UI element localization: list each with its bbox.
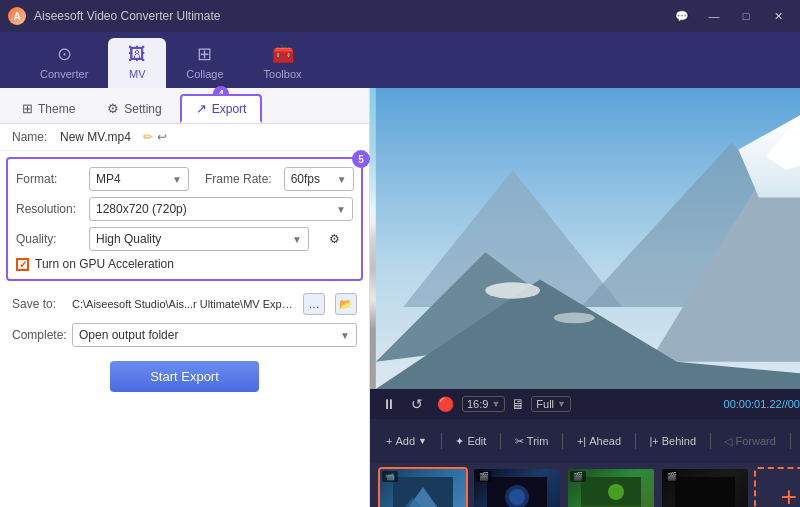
start-export-button[interactable]: Start Export <box>110 361 259 392</box>
svg-rect-20 <box>675 477 735 507</box>
nav-mv[interactable]: 🖼 MV <box>108 38 166 88</box>
nav-collage[interactable]: ⊞ Collage <box>166 37 243 88</box>
monitor-group: 🖥 <box>511 396 525 412</box>
video-type-icon: 📹 <box>382 471 398 482</box>
clip-2-thumbnail <box>487 477 547 507</box>
add-icon: + <box>386 435 392 447</box>
app-logo: A <box>8 7 26 25</box>
aspect-value: 16:9 <box>467 398 488 410</box>
gear-icon: ⚙ <box>329 232 340 246</box>
pause-button[interactable]: ⏸ <box>378 393 400 415</box>
video-type-icon-4: 🎬 <box>664 471 680 482</box>
ahead-label: Ahead <box>589 435 621 447</box>
clip-1-top: 📹 <box>382 471 398 482</box>
svg-point-9 <box>554 312 595 323</box>
clip-1[interactable]: 📹 00:00:05 ▷ ☆ ⏱ <box>378 467 468 507</box>
quality-label: Quality: <box>16 232 81 246</box>
clip-3[interactable]: 🎬 <box>566 467 656 507</box>
save-to-label: Save to: <box>12 297 64 311</box>
add-label: Add <box>395 435 415 447</box>
settings-gear[interactable]: ⚙ <box>323 227 353 251</box>
tab-theme[interactable]: ⊞ Theme <box>8 94 89 123</box>
toolbox-label: Toolbox <box>264 68 302 80</box>
timeline: + Add ▼ ✦ Edit ✂ Trim +| Ahead <box>370 419 800 507</box>
message-btn[interactable]: 💬 <box>668 6 696 26</box>
name-label: Name: <box>12 130 52 144</box>
undo-icon[interactable]: ↩ <box>157 130 167 144</box>
export-icon: ↗ <box>196 101 207 116</box>
complete-label: Complete: <box>12 328 64 342</box>
ahead-icon: +| <box>577 435 586 447</box>
nav-toolbox[interactable]: 🧰 Toolbox <box>244 37 322 88</box>
resolution-value: 1280x720 (720p) <box>96 202 187 216</box>
clip-4[interactable]: 🎬 <box>660 467 750 507</box>
right-panel: ⏸ ↺ 🔴 16:9 ▼ 🖥 Full ▼ 00:00:01.22//00:01… <box>370 88 800 507</box>
audio-icon: 🔴 <box>437 396 454 412</box>
clip-3-top: 🎬 <box>570 471 586 482</box>
framerate-label: Frame Rate: <box>205 172 272 186</box>
edit-icon2: ✦ <box>455 435 464 448</box>
tl-trim-button[interactable]: ✂ Trim <box>507 432 557 451</box>
tl-add-button[interactable]: + Add ▼ <box>378 432 435 450</box>
tl-backward-button[interactable]: ▷| Backward <box>796 432 800 451</box>
video-type-icon-2: 🎬 <box>476 471 492 482</box>
quality-value: High Quality <box>96 232 161 246</box>
timeline-clips: 📹 00:00:05 ▷ ☆ ⏱ <box>370 463 800 507</box>
loop-button[interactable]: ↺ <box>406 393 428 415</box>
navbar: ⊙ Converter 🖼 MV ⊞ Collage 🧰 Toolbox <box>0 32 800 88</box>
clip-4-top: 🎬 <box>664 471 680 482</box>
quality-select[interactable]: High Quality ▼ <box>89 227 309 251</box>
video-preview <box>370 88 800 389</box>
audio-button[interactable]: 🔴 <box>434 393 456 415</box>
save-path-value: C:\Aiseesoft Studio\Ais...r Ultimate\MV … <box>72 298 295 310</box>
tl-forward-button: ◁ Forward <box>716 432 783 451</box>
complete-select[interactable]: Open output folder ▼ <box>72 323 357 347</box>
full-arrow: ▼ <box>557 399 566 409</box>
framerate-select[interactable]: 60fps ▼ <box>284 167 354 191</box>
tab-setting[interactable]: ⚙ Setting <box>93 94 175 123</box>
complete-value: Open output folder <box>79 328 178 342</box>
resolution-select[interactable]: 1280x720 (720p) ▼ <box>89 197 353 221</box>
mountain-scene <box>370 88 800 389</box>
browse-icon: … <box>309 298 320 310</box>
forward-icon: ◁ <box>724 435 732 448</box>
tl-behind-button[interactable]: |+ Behind <box>641 432 704 450</box>
collage-icon: ⊞ <box>197 43 212 65</box>
loop-icon: ↺ <box>411 396 423 412</box>
time-display: 00:00:01.22//00:01:40.16 <box>724 398 800 410</box>
resolution-row: Resolution: 1280x720 (720p) ▼ <box>16 197 353 221</box>
video-bg <box>370 88 800 389</box>
open-folder-button[interactable]: 📂 <box>335 293 357 315</box>
export-settings-section: 5 Format: MP4 ▼ Frame Rate: 60fps ▼ Reso… <box>6 157 363 281</box>
edit-icon[interactable]: ✏ <box>143 130 153 144</box>
behind-label: Behind <box>662 435 696 447</box>
aspect-ratio-select[interactable]: 16:9 ▼ <box>462 396 505 412</box>
full-select[interactable]: Full ▼ <box>531 396 571 412</box>
svg-point-16 <box>509 489 525 505</box>
tab-export[interactable]: ↗ Export <box>180 94 263 123</box>
gpu-checkbox[interactable]: ✓ <box>16 258 29 271</box>
nav-converter[interactable]: ⊙ Converter <box>20 37 108 88</box>
format-select[interactable]: MP4 ▼ <box>89 167 189 191</box>
converter-icon: ⊙ <box>57 43 72 65</box>
complete-row: Complete: Open output folder ▼ <box>0 319 369 351</box>
monitor-icon[interactable]: 🖥 <box>511 396 525 412</box>
browse-button[interactable]: … <box>303 293 325 315</box>
setting-icon: ⚙ <box>107 101 119 116</box>
maximize-btn[interactable]: □ <box>732 6 760 26</box>
complete-arrow: ▼ <box>340 330 350 341</box>
close-btn[interactable]: ✕ <box>764 6 792 26</box>
format-frame-row: Format: MP4 ▼ Frame Rate: 60fps ▼ <box>16 167 353 191</box>
mv-label: MV <box>129 68 146 80</box>
clip-2[interactable]: 🎬 <box>472 467 562 507</box>
video-controls-bar: ⏸ ↺ 🔴 16:9 ▼ 🖥 Full ▼ 00:00:01.22//00:01… <box>370 389 800 419</box>
add-arrow: ▼ <box>418 436 427 446</box>
clip-2-top: 🎬 <box>476 471 492 482</box>
tl-ahead-button[interactable]: +| Ahead <box>569 432 629 450</box>
minimize-btn[interactable]: — <box>700 6 728 26</box>
tl-edit-button[interactable]: ✦ Edit <box>447 432 494 451</box>
main-content: ⊞ Theme ⚙ Setting 4 ↗ Export Name: New M… <box>0 88 800 507</box>
add-clip-button[interactable]: + <box>754 467 800 507</box>
trim-label: Trim <box>527 435 549 447</box>
svg-point-18 <box>608 484 624 500</box>
